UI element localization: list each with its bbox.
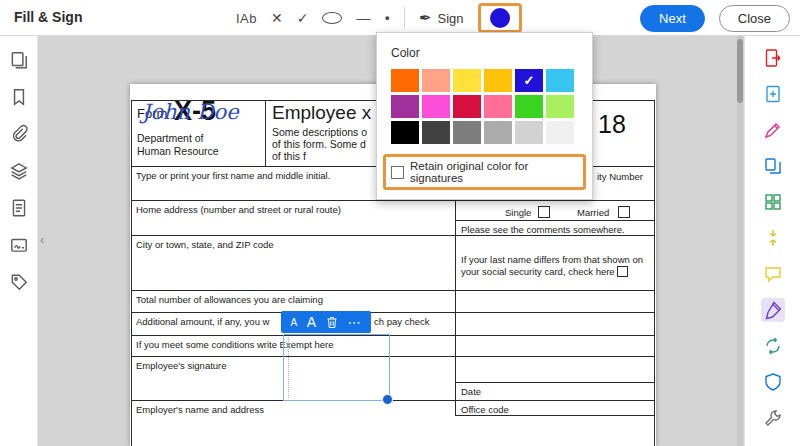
sign-pen-icon: ✒	[419, 9, 432, 27]
form-line	[455, 166, 456, 415]
comment-icon[interactable]	[761, 262, 785, 286]
date-label: Date	[461, 386, 481, 398]
left-navigation-rail	[0, 36, 38, 446]
line-icon[interactable]: —	[356, 11, 370, 25]
signature-selection-box[interactable]	[283, 334, 390, 401]
top-toolbar: Fill & Sign IAb ✕ ✓ — ● ✒ Sign Next Clos…	[0, 0, 800, 36]
annotation-tools: IAb ✕ ✓ — ● ✒ Sign	[236, 0, 522, 36]
color-picker-popover: Color ✓ Retain original color f	[376, 32, 593, 200]
create-pdf-icon[interactable]	[761, 82, 785, 106]
sign-label: Sign	[438, 11, 464, 26]
checkmark-icon[interactable]: ✓	[297, 11, 309, 25]
color-swatch[interactable]	[546, 95, 574, 118]
retain-color-highlight: Retain original color for signatures	[383, 154, 586, 190]
single-checkbox[interactable]	[538, 206, 550, 218]
ssn-label-fragment: ity Number	[597, 171, 643, 183]
employee-signature-label: Employee's signature	[136, 360, 227, 372]
organize-pages-icon[interactable]	[761, 190, 785, 214]
page-thumbnails-icon[interactable]	[9, 50, 29, 70]
fill-sign-title: Fill & Sign	[14, 9, 82, 25]
name-field-label: Type or print your first name and middle…	[136, 170, 330, 182]
color-swatch[interactable]	[453, 69, 481, 92]
right-tools-rail	[744, 36, 800, 446]
employer-label: Employer's name and address	[136, 404, 264, 416]
retain-color-checkbox[interactable]	[391, 166, 404, 179]
color-picker-button[interactable]	[490, 8, 510, 28]
form-line	[131, 312, 654, 313]
increase-size-button[interactable]: A	[307, 314, 316, 330]
scrollbar-thumb[interactable]	[737, 39, 743, 103]
color-swatch[interactable]	[515, 121, 543, 144]
signature-mini-toolbar: A A ⋯	[281, 311, 371, 333]
color-swatch[interactable]	[546, 69, 574, 92]
more-options-icon[interactable]: ⋯	[347, 315, 361, 330]
signature-resize-handle[interactable]	[382, 394, 393, 405]
convert-icon[interactable]	[761, 334, 785, 358]
color-swatch[interactable]	[484, 69, 512, 92]
layers-icon[interactable]	[9, 161, 29, 181]
combine-files-icon[interactable]	[761, 154, 785, 178]
name-differs-text: If your last name differs from that show…	[461, 254, 643, 277]
fill-and-sign-icon[interactable]	[761, 298, 785, 322]
collapse-nav-arrow[interactable]: ‹	[40, 232, 44, 247]
acrobat-fill-sign-window: Fill & Sign IAb ✕ ✓ — ● ✒ Sign Next Clos…	[0, 0, 800, 446]
form-year: 18	[598, 110, 626, 139]
form-desc-1: Some descriptions o	[272, 126, 367, 138]
decrease-size-button[interactable]: A	[291, 317, 298, 328]
next-button[interactable]: Next	[640, 5, 705, 32]
color-swatch[interactable]	[422, 121, 450, 144]
tags-icon[interactable]	[9, 272, 29, 292]
toolbar-separator	[404, 7, 405, 29]
check-here-checkbox[interactable]	[617, 266, 628, 277]
dot-icon[interactable]: ●	[384, 14, 389, 23]
delete-icon[interactable]	[326, 316, 338, 329]
form-line	[455, 220, 654, 221]
office-code-label: Office code	[461, 404, 509, 416]
city-label: City or town, state, and ZIP code	[136, 239, 274, 251]
color-swatch[interactable]	[484, 121, 512, 144]
compress-pdf-icon[interactable]	[761, 226, 785, 250]
export-pdf-icon[interactable]	[761, 46, 785, 70]
married-label: Married	[577, 207, 609, 219]
married-checkbox[interactable]	[618, 206, 630, 218]
color-swatch-selected[interactable]: ✓	[515, 69, 543, 92]
color-swatch[interactable]	[391, 95, 419, 118]
dept-line-1: Department of	[137, 132, 204, 144]
color-swatch[interactable]	[546, 121, 574, 144]
attachments-icon[interactable]	[9, 124, 29, 144]
color-swatch[interactable]	[484, 95, 512, 118]
add-text-icon[interactable]: IAb	[236, 12, 257, 25]
form-line	[131, 356, 654, 357]
home-address-label: Home address (number and street or rural…	[136, 204, 341, 216]
edit-pdf-icon[interactable]	[761, 118, 785, 142]
color-button-highlight	[478, 3, 522, 33]
close-button[interactable]: Close	[719, 5, 790, 32]
color-swatch[interactable]	[391, 69, 419, 92]
placed-signature[interactable]: John Doe	[142, 100, 239, 124]
color-swatch[interactable]	[453, 121, 481, 144]
signature-guide-dots	[288, 337, 289, 398]
oval-icon[interactable]	[322, 12, 342, 24]
form-desc-2: of this form. Some d	[272, 138, 366, 150]
dept-line-2: Human Resource	[137, 145, 219, 157]
protect-icon[interactable]	[761, 370, 785, 394]
allowances-label: Total number of allowances you are claim…	[136, 294, 323, 306]
form-line	[265, 100, 266, 166]
color-swatch[interactable]	[515, 95, 543, 118]
additional-amount-label: Additional amount, if any, you w	[136, 316, 269, 328]
name-differs-label: If your last name differs from that show…	[461, 254, 647, 278]
more-tools-icon[interactable]	[761, 406, 785, 430]
cross-icon[interactable]: ✕	[271, 11, 283, 25]
signatures-icon[interactable]	[9, 235, 29, 255]
color-swatch[interactable]	[453, 95, 481, 118]
page-content-icon[interactable]	[9, 198, 29, 218]
color-swatch[interactable]	[391, 121, 419, 144]
color-swatch[interactable]	[422, 95, 450, 118]
form-title: Employee x	[272, 102, 371, 124]
retain-color-label: Retain original color for signatures	[410, 160, 578, 184]
form-line	[131, 335, 654, 336]
color-swatch[interactable]	[422, 69, 450, 92]
toolbar-actions: Next Close	[640, 5, 790, 32]
sign-button[interactable]: ✒ Sign	[419, 9, 464, 27]
bookmarks-icon[interactable]	[9, 87, 29, 107]
